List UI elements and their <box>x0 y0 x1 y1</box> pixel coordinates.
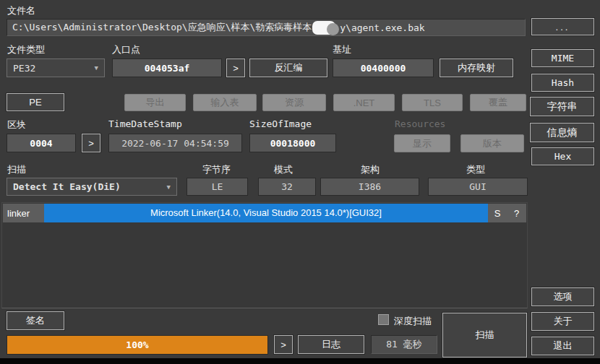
export-button[interactable]: 导出 <box>124 94 186 111</box>
result-detection-link[interactable]: Microsoft Linker(14.0, Visual Studio 201… <box>44 204 487 222</box>
browse-button[interactable]: ... <box>531 18 594 35</box>
dotnet-button[interactable]: .NET <box>333 94 395 111</box>
mime-button[interactable]: MIME <box>531 49 594 67</box>
disassemble-button[interactable]: 反汇编 <box>249 58 327 77</box>
elapsed-time-field: 81 毫秒 <box>371 335 437 354</box>
mode-field: 32 <box>258 178 316 196</box>
die-window: 文件名 C:\Users\Administrator\Desktop\应急响应\… <box>0 0 600 364</box>
file-type-label: 文件类型 <box>7 43 45 56</box>
scan-progress-bar: 100% <box>7 335 268 355</box>
overlay-button[interactable]: 覆盖 <box>470 94 526 111</box>
scan-label: 扫描 <box>7 163 26 176</box>
log-button[interactable]: 日志 <box>298 335 364 354</box>
pe-button[interactable]: PE <box>7 93 64 111</box>
type-field: GUI <box>428 178 528 196</box>
sizeofimage-label: SizeOfImage <box>249 118 312 129</box>
strings-button[interactable]: 字符串 <box>530 97 594 116</box>
sections-count-field[interactable]: 0004 <box>7 134 76 152</box>
filename-label: 文件名 <box>7 4 35 17</box>
signature-button[interactable]: 签名 <box>7 311 64 330</box>
scan-engine-select[interactable]: Detect It Easy(DiE) ▼ <box>7 178 177 196</box>
bottom-edge <box>0 358 600 364</box>
chevron-down-icon: ▼ <box>167 183 171 191</box>
arch-field: I386 <box>320 178 419 196</box>
scan-results-panel: linker Microsoft Linker(14.0, Visual Stu… <box>1 202 528 308</box>
resources-button[interactable]: 资源 <box>262 94 326 111</box>
hex-button[interactable]: Hex <box>531 147 594 165</box>
entropy-button[interactable]: 信息熵 <box>530 123 594 142</box>
tls-button[interactable]: TLS <box>402 94 463 111</box>
base-address-label: 基址 <box>333 43 351 56</box>
filename-path-prefix: C:\Users\Administrator\Desktop\应急响应\样本\勒… <box>12 21 312 34</box>
hash-button[interactable]: Hash <box>531 74 594 92</box>
resources-label: Resources <box>395 118 445 129</box>
sizeofimage-field[interactable]: 00018000 <box>249 134 336 152</box>
resources-version-button[interactable]: 版本 <box>460 134 524 152</box>
memory-map-button[interactable]: 内存映射 <box>440 58 513 77</box>
progress-goto-button[interactable]: > <box>274 335 293 354</box>
import-table-button[interactable]: 输入表 <box>193 94 257 111</box>
result-row-linker: linker Microsoft Linker(14.0, Visual Stu… <box>3 204 526 222</box>
timestamp-field[interactable]: 2022-06-17 04:54:59 <box>108 134 242 152</box>
base-address-field[interactable]: 00400000 <box>333 58 434 77</box>
entry-point-field[interactable]: 004053af <box>112 58 222 77</box>
filename-input[interactable]: C:\Users\Administrator\Desktop\应急响应\样本\勒… <box>7 19 526 36</box>
timestamp-label: TimeDateStamp <box>108 118 182 129</box>
redaction-blob-small <box>327 23 339 35</box>
file-type-value: PE32 <box>13 63 35 74</box>
sections-goto-button[interactable]: > <box>82 134 100 152</box>
result-type-label: linker <box>3 208 44 219</box>
deep-scan-label: 深度扫描 <box>394 315 432 328</box>
filename-path-suffix: y\agent.exe.bak <box>340 22 424 33</box>
file-type-select[interactable]: PE32 ▼ <box>7 58 105 77</box>
options-button[interactable]: 选项 <box>531 287 594 306</box>
arch-label: 架构 <box>361 163 380 176</box>
about-button[interactable]: 关于 <box>531 312 594 331</box>
exit-button[interactable]: 退出 <box>531 337 594 355</box>
scan-engine-value: Detect It Easy(DiE) <box>13 181 121 192</box>
deep-scan-checkbox[interactable] <box>378 314 389 325</box>
mode-label: 模式 <box>274 163 293 176</box>
sections-label: 区块 <box>7 118 26 131</box>
entry-point-label: 入口点 <box>112 43 140 56</box>
endianness-label: 字节序 <box>202 163 231 176</box>
entry-point-goto-button[interactable]: > <box>226 58 245 77</box>
type-label: 类型 <box>466 163 485 176</box>
result-info-button[interactable]: ? <box>507 208 526 219</box>
scan-button[interactable]: 扫描 <box>442 313 527 358</box>
resources-show-button[interactable]: 显示 <box>394 134 450 152</box>
result-signature-button[interactable]: S <box>488 208 507 219</box>
endianness-field: LE <box>187 178 248 196</box>
chevron-down-icon: ▼ <box>95 64 98 72</box>
